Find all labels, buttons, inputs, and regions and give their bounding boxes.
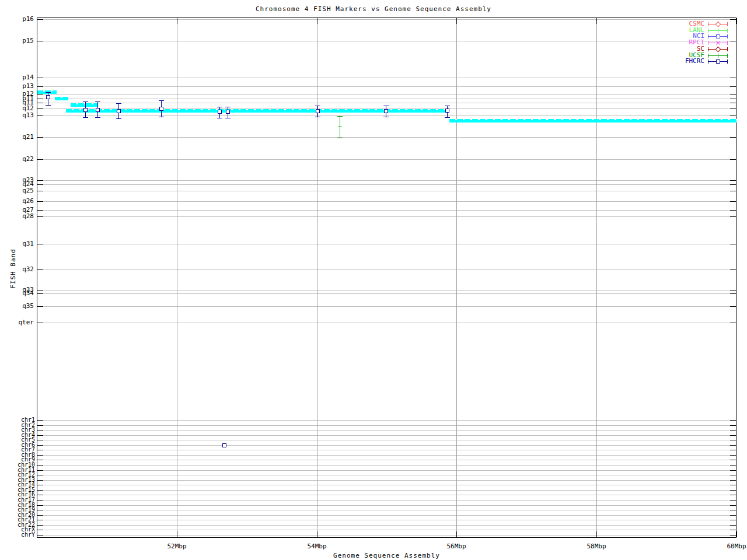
band-gridline [37,86,736,87]
y-tick-left [37,490,43,491]
band-gridline [37,159,736,160]
y-axis-label-q31: q31 [0,240,34,247]
y-tick-left [37,500,43,501]
y-tick-right [730,137,736,138]
y-axis-label-p14: p14 [0,74,34,80]
chr-gridline [37,445,736,446]
band-gridline [37,184,736,185]
x-gridline [456,18,457,537]
y-tick-left [37,495,43,495]
y-tick-right [730,515,736,516]
fhcrc-point-errorbar-cap [383,106,389,106]
y-tick-left [37,525,43,526]
x-tick-bottom [177,531,177,537]
y-tick-left [37,460,43,460]
y-tick-right [730,455,736,456]
y-tick-left [37,306,43,307]
y-tick-right [730,103,736,103]
chr-gridline [37,495,736,495]
legend-sample-cap [727,41,728,45]
legend-sample-cap [727,29,728,33]
chr-gridline [37,425,736,426]
band-gridline [37,244,736,244]
chart-title: Chromosome 4 FISH Markers vs Genome Sequ… [0,5,747,13]
band-gridline [37,191,736,191]
y-tick-left [37,430,43,430]
y-tick-left [37,99,43,99]
y-tick-right [730,210,736,211]
fhcrc-point-errorbar-cap [95,117,100,118]
y-tick-left [37,455,43,456]
fhcrc-point-errorbar-cap [116,103,121,104]
y-tick-left [37,244,43,244]
chr-gridline [37,435,736,436]
fhcrc-point-square-marker [46,95,50,99]
band-gridline [37,216,736,217]
y-tick-left [37,520,43,520]
y-tick-right [730,41,736,41]
y-tick-right [730,201,736,202]
fhcrc-point-square-marker [96,108,100,112]
band-gridline [37,116,736,116]
y-tick-right [730,19,736,20]
legend-LANL-plus-marker [718,29,718,33]
fhcrc-point-errorbar-cap [445,117,450,118]
y-tick-right [730,293,736,294]
y-tick-left [37,470,43,471]
x-gridline [317,18,317,537]
x-axis-title: Genome Sequence Assembly [37,552,736,559]
y-axis-label-p13: p13 [0,83,34,89]
y-tick-right [730,460,736,460]
chr-gridline [37,440,736,440]
x-tick-top [456,18,457,24]
chr-gridline [37,465,736,466]
legend-label-RPCI: RPCI [640,39,704,46]
band-gridline [37,103,736,103]
legend-sample-cap [727,34,728,38]
y-tick-right [730,420,736,421]
band-gridline [37,99,736,99]
fhcrc-point-errorbar-cap [95,102,100,102]
band-gridline [37,137,736,138]
ucsf-point-errorbar-cap [337,116,343,117]
fish-markers-chart: Chromosome 4 FISH Markers vs Genome Sequ… [0,0,747,560]
fhcrc-point-errorbar-cap [46,92,51,93]
y-tick-left [37,41,43,41]
chr-gridline [37,460,736,460]
x-axis-tick-label: 58Mbp [579,543,614,550]
fhcrc-point-square-marker [218,110,222,114]
ucsf-point-errorbar-cap [337,138,343,138]
legend-NCI-square-marker [716,34,720,38]
y-tick-left [37,485,43,485]
chr-gridline [37,525,736,526]
y-tick-left [37,216,43,217]
y-axis-label-q26: q26 [0,198,34,204]
y-axis-label-p15: p15 [0,37,34,44]
band-gridline [37,323,736,323]
band-gridline [37,201,736,202]
legend-sample-cap [727,60,728,64]
band-gridline [37,210,736,211]
y-tick-right [730,520,736,520]
legend-UCSF-plus-marker [718,54,718,58]
y-tick-left [37,440,43,440]
x-axis-tick-label: 60Mbp [719,543,747,550]
y-tick-right [730,430,736,430]
legend-sample-cap [727,54,728,58]
x-tick-bottom [596,531,597,537]
y-tick-right [730,465,736,466]
legend-sample-cap [708,54,708,58]
y-axis-label-q25: q25 [0,187,34,194]
fhcrc-point-errorbar-cap [159,100,164,101]
y-tick-right [730,216,736,217]
y-tick-left [37,159,43,160]
y-tick-right [730,184,736,185]
band-gridline [37,293,736,294]
y-axis-label-p16: p16 [0,16,34,22]
y-tick-right [730,180,736,181]
y-tick-left [37,78,43,78]
y-tick-left [37,420,43,421]
fhcrc-point-errorbar-cap [217,118,222,118]
legend-sample-cap [727,47,728,51]
y-tick-right [730,530,736,530]
